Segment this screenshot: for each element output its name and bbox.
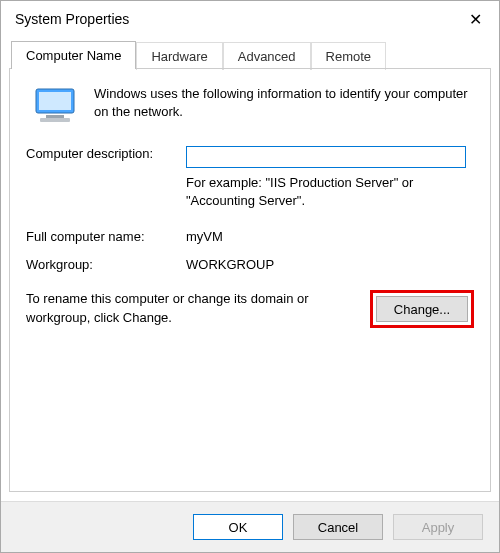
intro-text: Windows uses the following information t… (94, 83, 474, 125)
fullname-row: Full computer name: myVM (26, 226, 474, 244)
ok-button[interactable]: OK (193, 514, 283, 540)
svg-rect-2 (46, 115, 64, 118)
tab-computer-name[interactable]: Computer Name (11, 41, 136, 69)
description-input[interactable] (186, 146, 466, 168)
svg-rect-3 (40, 118, 70, 122)
fullname-label: Full computer name: (26, 226, 186, 244)
rename-row: To rename this computer or change its do… (26, 290, 474, 328)
window-title: System Properties (15, 11, 129, 27)
workgroup-value: WORKGROUP (186, 254, 474, 272)
rename-text: To rename this computer or change its do… (26, 290, 370, 326)
tab-hardware[interactable]: Hardware (136, 42, 222, 70)
cancel-button[interactable]: Cancel (293, 514, 383, 540)
intro-row: Windows uses the following information t… (26, 83, 474, 125)
tab-panel-computer-name: Windows uses the following information t… (9, 68, 491, 492)
system-properties-dialog: System Properties ✕ Computer Name Hardwa… (0, 0, 500, 553)
description-row: Computer description: For example: "IIS … (26, 143, 474, 210)
description-label: Computer description: (26, 143, 186, 161)
change-button-highlight: Change... (370, 290, 474, 328)
close-icon[interactable]: ✕ (461, 10, 489, 29)
svg-rect-1 (39, 92, 71, 110)
tab-remote[interactable]: Remote (311, 42, 387, 70)
apply-button: Apply (393, 514, 483, 540)
description-hint: For example: "IIS Production Server" or … (186, 174, 474, 210)
fullname-value: myVM (186, 226, 474, 244)
computer-icon (32, 87, 82, 125)
tab-advanced[interactable]: Advanced (223, 42, 311, 70)
titlebar: System Properties ✕ (1, 1, 499, 37)
tab-strip: Computer Name Hardware Advanced Remote (9, 41, 491, 69)
change-button[interactable]: Change... (376, 296, 468, 322)
dialog-footer: OK Cancel Apply (1, 501, 499, 552)
workgroup-row: Workgroup: WORKGROUP (26, 254, 474, 272)
workgroup-label: Workgroup: (26, 254, 186, 272)
